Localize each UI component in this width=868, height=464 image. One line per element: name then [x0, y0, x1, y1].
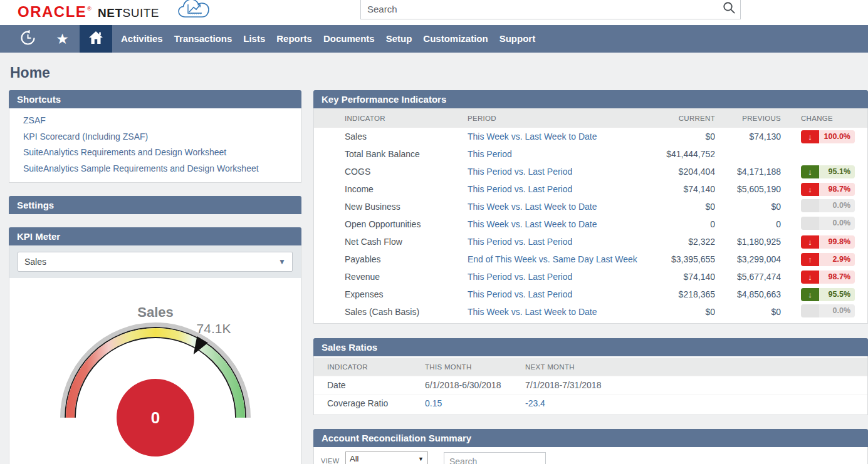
sales-ratios-portlet-header[interactable]: Sales Ratios — [313, 338, 868, 356]
kpi-period-link[interactable]: This Period vs. Last Period — [468, 289, 656, 299]
nav-item-support[interactable]: Support — [494, 25, 541, 53]
global-search-input[interactable] — [361, 0, 712, 19]
ratio-next-month: 7/1/2018-7/31/2018 — [525, 380, 867, 390]
column-header: INDICATOR — [314, 115, 468, 122]
recent-records-button[interactable] — [11, 25, 45, 53]
settings-portlet-header[interactable]: Settings — [9, 196, 301, 214]
kpi-meter-control-strip: Sales ▼ — [9, 245, 301, 278]
kpi-period-link[interactable]: This Period — [468, 149, 656, 159]
nav-item-customization[interactable]: Customization — [417, 25, 493, 53]
change-arrow-icon: ↓ — [801, 271, 819, 284]
change-arrow-icon: ↓ — [801, 183, 819, 196]
search-submit-button[interactable] — [723, 1, 736, 16]
kpi-period-link[interactable]: This Week vs. Last Week to Date — [468, 219, 656, 229]
kpi-portlet: Key Performance Indicators INDICATOR PER… — [313, 90, 868, 324]
kpi-previous: $4,850,663 — [715, 289, 781, 299]
star-icon: ★ — [56, 25, 69, 53]
account-reconciliation-portlet-header[interactable]: Account Reconciliation Summary — [313, 429, 868, 447]
kpi-previous: $0 — [715, 307, 781, 317]
kpi-current: $2,322 — [656, 237, 715, 247]
kpi-current: $3,395,655 — [656, 254, 715, 264]
shortcuts-star-button[interactable]: ★ — [45, 25, 80, 53]
change-arrow-icon — [801, 199, 819, 212]
view-label: VIEW — [321, 457, 339, 464]
kpi-period-link[interactable]: This Week vs. Last Week to Date — [468, 202, 656, 212]
kpi-indicator: Total Bank Balance — [314, 149, 468, 159]
column-header: NEXT MONTH — [525, 363, 867, 371]
reconciliation-search-input[interactable] — [444, 452, 546, 464]
kpi-period-link[interactable]: This Period vs. Last Period — [468, 237, 656, 247]
kpi-period-link[interactable]: This Period vs. Last Period — [468, 184, 656, 194]
nav-item-setup[interactable]: Setup — [380, 25, 418, 53]
settings-portlet: Settings — [9, 196, 301, 214]
view-select[interactable]: All ▼ — [345, 451, 428, 464]
table-row: Net Cash Flow This Period vs. Last Perio… — [314, 233, 867, 250]
main-navigation-bar: ★ Activities Transactions Lists Reports … — [0, 25, 868, 53]
kpi-period-link[interactable]: This Week vs. Last Week to Date — [468, 131, 656, 142]
kpi-meter-portlet-header[interactable]: KPI Meter — [9, 227, 301, 245]
ratio-this-month-link[interactable]: 0.15 — [425, 398, 525, 408]
kpi-indicator: Open Opportunities — [314, 219, 468, 229]
home-tab-active[interactable] — [80, 25, 112, 53]
change-value: 98.7% — [819, 183, 855, 196]
cloud-chart-icon — [177, 0, 212, 23]
nav-item-lists[interactable]: Lists — [238, 25, 271, 53]
magnifier-icon — [723, 7, 736, 16]
kpi-previous: $1,180,925 — [715, 237, 781, 247]
shortcut-link[interactable]: KPI Scorecard (Including ZSAF) — [9, 129, 301, 145]
right-column: Key Performance Indicators INDICATOR PER… — [313, 90, 868, 464]
account-reconciliation-portlet: Account Reconciliation Summary VIEW All … — [313, 429, 868, 464]
kpi-period-link[interactable]: This Week vs. Last Week to Date — [468, 307, 656, 317]
kpi-period-link[interactable]: This Period vs. Last Period — [468, 272, 656, 282]
change-badge: 0.0% — [801, 304, 855, 317]
sales-ratios-header-row: INDICATOR THIS MONTH NEXT MONTH — [314, 356, 867, 376]
nav-item-documents[interactable]: Documents — [318, 25, 380, 53]
nav-item-transactions[interactable]: Transactions — [169, 25, 238, 53]
change-value: 99.8% — [819, 235, 855, 249]
table-row: Total Bank Balance This Period $41,444,7… — [314, 145, 867, 163]
table-row: Revenue This Period vs. Last Period $74,… — [314, 268, 867, 286]
kpi-previous: $74,130 — [715, 131, 781, 142]
registered-mark: ® — [87, 6, 92, 12]
kpi-indicator: COGS — [314, 167, 468, 177]
oracle-wordmark: ORACLE — [18, 3, 86, 21]
gauge-pointer-label: 74.1K — [197, 321, 231, 336]
kpi-period-link[interactable]: End of This Week vs. Same Day Last Week — [468, 254, 656, 264]
ratio-next-month-link[interactable]: -23.4 — [525, 398, 867, 408]
nav-item-activities[interactable]: Activities — [115, 25, 169, 53]
table-row: Coverage Ratio 0.15 -23.4 — [314, 394, 867, 412]
kpi-table-header-row: INDICATOR PERIOD CURRENT PREVIOUS CHANGE — [314, 108, 867, 128]
table-row: Payables End of This Week vs. Same Day L… — [314, 250, 867, 268]
shortcut-link[interactable]: SuiteAnalytics Requirements and Design W… — [9, 145, 301, 161]
kpi-previous: $5,605,190 — [715, 184, 781, 194]
column-header: CURRENT — [656, 115, 715, 122]
shortcut-link[interactable]: SuiteAnalytics Sample Requirements and D… — [9, 161, 301, 177]
change-value: 95.1% — [819, 165, 855, 178]
kpi-period-link[interactable]: This Period vs. Last Period — [468, 167, 656, 177]
change-arrow-icon: ↑ — [801, 253, 819, 266]
kpi-current: $74,140 — [656, 184, 715, 194]
ratio-indicator: Coverage Ratio — [314, 398, 425, 408]
change-badge: ↓100.0% — [801, 130, 855, 143]
table-row: Date 6/1/2018-6/30/2018 7/1/2018-7/31/20… — [314, 376, 867, 394]
column-header: INDICATOR — [314, 363, 425, 371]
kpi-previous: $3,299,004 — [715, 254, 781, 264]
kpi-meter-select[interactable]: Sales ▼ — [18, 252, 293, 272]
table-row: Income This Period vs. Last Period $74,1… — [314, 180, 867, 198]
sales-ratios-portlet-body: INDICATOR THIS MONTH NEXT MONTH Date 6/1… — [313, 356, 868, 415]
change-arrow-icon: ↓ — [801, 288, 819, 301]
shortcut-link[interactable]: ZSAF — [9, 113, 301, 129]
oracle-netsuite-logo[interactable]: ORACLE® NETSUITE — [18, 3, 159, 21]
change-badge: ↓99.8% — [801, 235, 855, 249]
account-reconciliation-portlet-body: VIEW All ▼ — [313, 447, 868, 464]
kpi-current: $74,140 — [656, 272, 715, 282]
shortcuts-portlet-header[interactable]: Shortcuts — [9, 90, 301, 108]
kpi-previous: $5,677,474 — [715, 272, 781, 282]
change-badge: ↓98.7% — [801, 183, 855, 196]
kpi-previous: $4,171,188 — [715, 167, 781, 177]
kpi-meter-selected-value: Sales — [24, 257, 46, 267]
kpi-portlet-header[interactable]: Key Performance Indicators — [313, 90, 868, 108]
kpi-indicator: Payables — [314, 254, 468, 264]
change-arrow-icon: ↓ — [801, 165, 819, 178]
nav-item-reports[interactable]: Reports — [271, 25, 318, 53]
